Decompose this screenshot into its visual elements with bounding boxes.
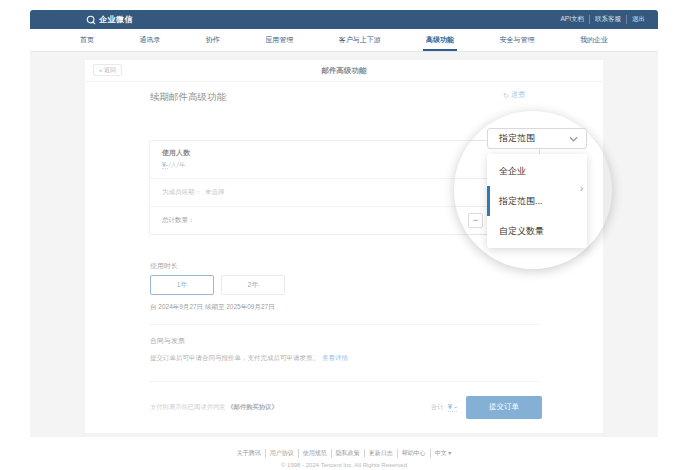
tab-contacts[interactable]: 通讯录: [139, 29, 160, 51]
wework-logo-text: 企业微信: [99, 14, 133, 25]
footer-links: 关于腾讯 用户协议 使用规范 隐私政策 更新日志 帮助中心 中文 ▾: [233, 449, 456, 458]
footer-link-usage-rules[interactable]: 使用规范: [298, 449, 331, 458]
tab-security-management[interactable]: 安全与管理: [500, 29, 535, 51]
footer-link-about-tencent[interactable]: 关于腾讯: [233, 449, 265, 458]
checkout-bar: 支付则表示你已阅读并同意 《邮件购买协议》 合计 ¥ - 提交订单: [150, 394, 542, 420]
back-button[interactable]: « 返回: [93, 64, 122, 76]
tab-collaboration[interactable]: 协作: [206, 29, 220, 51]
renew-members-row[interactable]: 为成员续期： 未选择: [150, 178, 539, 206]
total-price: ¥ -: [448, 402, 457, 412]
chevron-right-icon[interactable]: ›: [580, 183, 583, 194]
quantity-minus-button[interactable]: −: [468, 213, 483, 228]
refresh-circle-icon: ↻: [503, 92, 509, 99]
renewal-period-text: 自 2024年9月27日 续期至 2025年09月27日: [150, 303, 275, 312]
chevron-down-icon: [569, 136, 578, 142]
footer-link-language[interactable]: 中文 ▾: [430, 449, 456, 458]
scope-select-value: 指定范围: [499, 132, 535, 145]
tab-home[interactable]: 首页: [80, 29, 94, 51]
card-header: « 返回 邮件高级功能: [85, 60, 603, 82]
renew-members-value: 未选择: [205, 188, 225, 197]
contract-desc-text: 提交订单后可申请合同与报价单，支付完成后可申请发票。: [150, 354, 319, 361]
refund-link[interactable]: ↻ 退费: [503, 90, 525, 100]
unit-price-line: ¥-/人/年: [162, 161, 527, 170]
contract-invoice-title: 合同与发票: [150, 336, 185, 346]
renew-members-label: 为成员续期：: [162, 188, 201, 197]
footer: 关于腾讯 用户协议 使用规范 隐私政策 更新日志 帮助中心 中文 ▾ © 199…: [0, 441, 688, 468]
tab-customers-upstream[interactable]: 客户与上下游: [339, 29, 381, 51]
footer-link-user-agreement[interactable]: 用户协议: [265, 449, 298, 458]
purchase-agreement-link[interactable]: 《邮件购买协议》: [227, 403, 277, 410]
tab-advanced-features[interactable]: 高级功能: [426, 29, 454, 51]
topbar-link-api-docs[interactable]: API文档: [556, 15, 589, 24]
screen: 企业微信 API文档 联系客服 退出 首页 通讯录 协作 应用管理 客户与上下游…: [0, 0, 688, 470]
topbar: 企业微信 API文档 联系客服 退出: [30, 10, 658, 29]
duration-label: 使用时长: [150, 261, 178, 271]
pricing-box: 使用人数 ¥-/人/年 为成员续期： 未选择 总计数量： −: [149, 140, 540, 235]
topbar-link-logout[interactable]: 退出: [626, 15, 650, 24]
scope-option-specified-range[interactable]: 指定范围...: [487, 186, 587, 216]
total-label: 合计: [431, 403, 444, 412]
copyright-text: © 1998 - 2024 Tencent Inc. All Rights Re…: [0, 462, 688, 468]
scope-option-custom-quantity[interactable]: 自定义数量: [487, 216, 587, 246]
footer-link-help-center[interactable]: 帮助中心: [397, 449, 430, 458]
divider: [149, 381, 541, 382]
topbar-links: API文档 联系客服 退出: [556, 15, 650, 24]
scope-select[interactable]: 指定范围: [487, 128, 587, 149]
tab-my-company[interactable]: 我的企业: [580, 29, 608, 51]
tab-app-management[interactable]: 应用管理: [265, 29, 293, 51]
main-nav: 首页 通讯录 协作 应用管理 客户与上下游 高级功能 安全与管理 我的企业: [30, 29, 658, 52]
order-total: 合计 ¥ -: [431, 402, 457, 412]
topbar-link-contact-support[interactable]: 联系客服: [589, 15, 626, 24]
user-count-label: 使用人数: [162, 148, 527, 158]
agreement-text: 支付则表示你已阅读并同意 《邮件购买协议》: [150, 403, 278, 412]
unit-price-value: ¥-: [162, 161, 168, 169]
scope-dropdown-menu: 全企业 指定范围... 自定义数量: [487, 154, 587, 248]
section-heading: 续期邮件高级功能: [150, 91, 226, 104]
wework-logo-icon: [86, 15, 96, 25]
unit-price-unit: /人/年: [169, 161, 186, 168]
duration-option-2-years[interactable]: 2年: [221, 275, 285, 295]
wework-logo[interactable]: 企业微信: [86, 14, 133, 25]
refund-link-label: 退费: [511, 90, 525, 100]
divider: [149, 324, 541, 325]
user-count-row: 使用人数 ¥-/人/年: [150, 141, 539, 178]
footer-link-privacy-policy[interactable]: 隐私政策: [331, 449, 364, 458]
view-details-link[interactable]: 查看详情: [322, 354, 348, 361]
contract-invoice-desc: 提交订单后可申请合同与报价单，支付完成后可申请发票。查看详情: [150, 354, 348, 363]
duration-option-1-year[interactable]: 1年: [150, 275, 214, 295]
total-quantity-row: 总计数量： −: [150, 206, 539, 234]
submit-order-button[interactable]: 提交订单: [466, 396, 542, 419]
agreement-prefix: 支付则表示你已阅读并同意: [150, 403, 227, 410]
scope-option-all-company[interactable]: 全企业: [487, 156, 587, 186]
page-title: 邮件高级功能: [85, 60, 603, 82]
total-quantity-label: 总计数量：: [162, 216, 195, 225]
footer-link-changelog[interactable]: 更新日志: [364, 449, 397, 458]
duration-options: 1年 2年: [150, 275, 285, 295]
